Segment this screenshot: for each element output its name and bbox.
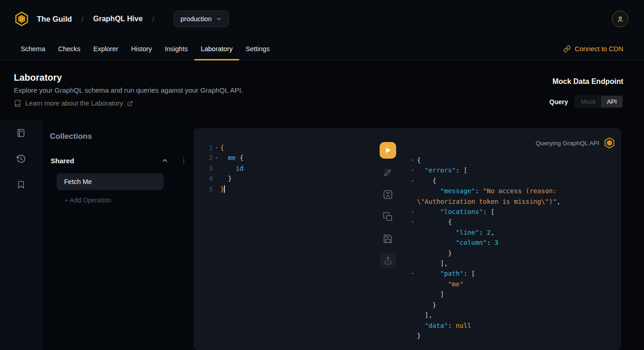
code-line: ] xyxy=(411,289,615,299)
code-line: ▾ "path": [ xyxy=(411,268,615,279)
fold-arrow-icon[interactable]: ▾ xyxy=(411,207,417,217)
fold-arrow-icon[interactable]: ▾ xyxy=(213,142,220,153)
collection-group-label: Shared xyxy=(51,157,161,165)
fold-arrow-icon[interactable]: ▾ xyxy=(411,155,417,165)
hive-hexagon-logo xyxy=(603,137,615,149)
tab-settings[interactable]: Settings xyxy=(239,38,276,60)
fold-gutter xyxy=(213,184,220,194)
collection-group-shared[interactable]: Shared xyxy=(51,156,185,165)
project-name[interactable]: GraphQL Hive xyxy=(93,15,142,23)
code-line: "data": null xyxy=(411,320,615,331)
graphiql-panel: 1▾{2▾ me {3 id4 }5} xyxy=(193,128,621,350)
fold-arrow-icon[interactable]: ▾ xyxy=(411,176,417,186)
code-line: 4 } xyxy=(208,173,369,184)
breadcrumb-separator: / xyxy=(152,15,154,23)
fold-gutter xyxy=(411,331,417,341)
line-number: 5 xyxy=(208,184,213,194)
tab-insights[interactable]: Insights xyxy=(158,38,194,60)
code-line: "message": "No access (reason: xyxy=(411,186,615,196)
code-line: ▾{ xyxy=(411,155,615,165)
tab-schema[interactable]: Schema xyxy=(14,38,52,60)
fold-arrow-icon[interactable]: ▾ xyxy=(411,268,417,279)
tab-checks[interactable]: Checks xyxy=(52,38,87,60)
prettify-icon[interactable] xyxy=(382,167,393,178)
connect-to-cdn-button[interactable]: Connect to CDN xyxy=(563,38,623,60)
main-nav: Schema Checks Explorer History Insights … xyxy=(0,38,644,60)
code-line: } xyxy=(411,300,615,310)
tab-history[interactable]: History xyxy=(125,38,158,60)
tab-laboratory[interactable]: Laboratory xyxy=(194,38,239,60)
fold-gutter xyxy=(213,173,220,184)
code-line: ], xyxy=(411,310,615,320)
mock-api-toggle: Mock API xyxy=(574,95,623,108)
execute-query-button[interactable] xyxy=(380,142,396,159)
bookmark-icon[interactable] xyxy=(0,172,41,197)
page-title: Laboratory xyxy=(14,72,62,83)
code-line: "line": 2, xyxy=(411,227,615,237)
code-line: \"Authorization token is missing\")", xyxy=(411,196,615,207)
merge-fragments-icon[interactable] xyxy=(382,189,393,200)
user-icon xyxy=(616,15,624,23)
mock-endpoint-section: Mock Data Endpoint Query Mock API xyxy=(550,77,624,108)
app-header: The Guild / GraphQL Hive / production xyxy=(0,0,644,38)
save-icon[interactable] xyxy=(382,233,393,244)
fold-gutter xyxy=(411,320,417,331)
toggle-option-api[interactable]: API xyxy=(601,96,622,107)
fold-arrow-icon[interactable]: ▾ xyxy=(213,153,220,163)
code-line: 5} xyxy=(208,184,369,194)
learn-more-label: Learn more about the Laboratory xyxy=(25,100,123,107)
line-number: 2 xyxy=(208,153,213,163)
code-line: "column": 3 xyxy=(411,237,615,248)
docs-icon[interactable] xyxy=(0,120,41,146)
book-icon xyxy=(14,100,21,107)
target-name: production xyxy=(181,15,212,23)
line-number: 4 xyxy=(208,173,213,184)
fold-gutter xyxy=(411,186,417,196)
page-header: Laboratory Explore your GraphQL schema a… xyxy=(0,60,644,120)
fold-gutter xyxy=(411,300,417,310)
endpoint-title: Mock Data Endpoint xyxy=(550,77,624,86)
operation-item-fetch-me[interactable]: Fetch Me xyxy=(57,173,164,190)
fold-gutter xyxy=(411,237,417,248)
target-selector[interactable]: production xyxy=(174,11,229,27)
fold-gutter xyxy=(411,310,417,320)
fold-gutter xyxy=(411,196,417,207)
query-editor[interactable]: 1▾{2▾ me {3 id4 }5} xyxy=(208,142,369,194)
code-line: "me" xyxy=(411,279,615,289)
code-line: ], xyxy=(411,258,615,268)
collections-panel: Collections Shared Fetch Me + Add Operat… xyxy=(42,120,193,350)
query-toggle-label: Query xyxy=(550,98,568,106)
link-icon xyxy=(563,45,571,53)
hive-hexagon-logo[interactable] xyxy=(14,11,29,27)
add-operation-button[interactable]: + Add Operation xyxy=(64,196,111,204)
line-number: 1 xyxy=(208,142,213,153)
code-line: ▾ "locations": [ xyxy=(411,207,615,217)
fold-gutter xyxy=(213,163,220,173)
share-icon xyxy=(384,256,392,265)
chevron-up-icon[interactable] xyxy=(161,157,169,164)
tab-explorer[interactable]: Explorer xyxy=(87,38,125,60)
fold-arrow-icon[interactable]: ▾ xyxy=(411,217,417,227)
page-subtitle: Explore your GraphQL schema and run quer… xyxy=(14,86,243,94)
share-button[interactable] xyxy=(380,253,396,268)
code-line: } xyxy=(411,248,615,258)
history-icon[interactable] xyxy=(0,146,41,172)
fold-arrow-icon[interactable]: ▾ xyxy=(411,165,417,175)
user-menu-button[interactable] xyxy=(612,11,628,27)
execute-play-icon xyxy=(384,147,392,154)
code-line: } xyxy=(411,331,615,341)
text-cursor xyxy=(224,185,225,193)
fold-gutter xyxy=(411,227,417,237)
toggle-option-mock[interactable]: Mock xyxy=(575,96,601,107)
org-name[interactable]: The Guild xyxy=(37,15,72,24)
code-line: ▾ { xyxy=(411,176,615,186)
code-line: ▾ { xyxy=(411,217,615,227)
code-line: ▾ "errors": [ xyxy=(411,165,615,175)
response-status-label: Querying GraphQL API xyxy=(536,140,599,147)
fold-gutter xyxy=(411,248,417,258)
chevron-down-icon xyxy=(216,16,222,22)
code-line: 1▾{ xyxy=(208,142,369,153)
kebab-menu-icon[interactable] xyxy=(182,157,186,165)
copy-icon[interactable] xyxy=(382,211,393,222)
learn-more-link[interactable]: Learn more about the Laboratory xyxy=(14,100,133,107)
